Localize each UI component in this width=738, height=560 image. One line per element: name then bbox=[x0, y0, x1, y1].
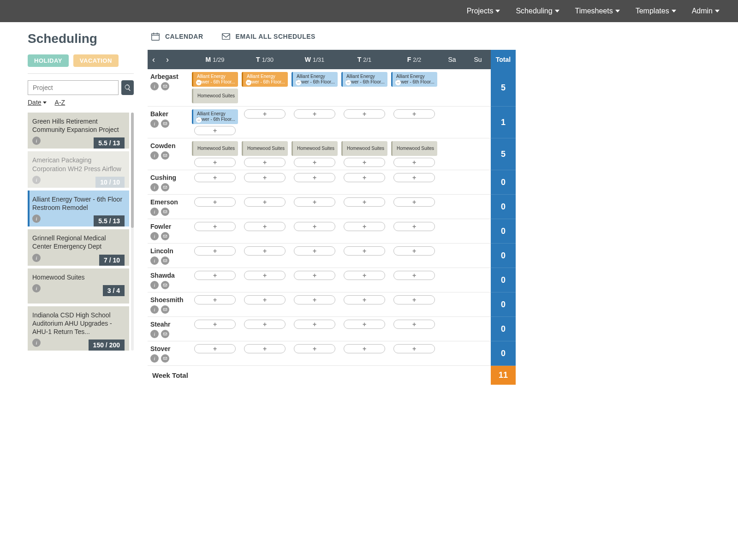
email-icon[interactable] bbox=[161, 183, 169, 191]
assignment-card[interactable]: Homewood Suites bbox=[242, 141, 288, 156]
add-assignment-button[interactable]: + bbox=[393, 344, 435, 353]
assignment-card[interactable]: Homewood Suites bbox=[292, 141, 338, 156]
assignment-card[interactable]: Alliant Energy Tower - 6th Floor...− bbox=[341, 72, 387, 87]
add-assignment-button[interactable]: + bbox=[393, 246, 435, 256]
email-icon[interactable] bbox=[161, 330, 169, 338]
info-icon[interactable]: i bbox=[32, 137, 41, 145]
assignment-card[interactable]: Alliant Energy Tower - 6th Floor...− bbox=[242, 72, 288, 87]
info-icon[interactable]: i bbox=[32, 284, 41, 292]
assignment-card[interactable]: Alliant Energy Tower - 6th Floor...− bbox=[192, 72, 238, 87]
add-assignment-button[interactable]: + bbox=[393, 109, 435, 119]
email-icon[interactable] bbox=[161, 208, 169, 216]
remove-assignment-button[interactable]: − bbox=[395, 80, 401, 85]
add-assignment-button[interactable]: + bbox=[393, 173, 435, 182]
scrollbar[interactable] bbox=[131, 113, 134, 351]
add-assignment-button[interactable]: + bbox=[194, 197, 236, 207]
remove-assignment-button[interactable]: − bbox=[196, 80, 202, 85]
add-assignment-button[interactable]: + bbox=[294, 158, 335, 167]
search-button[interactable] bbox=[121, 80, 134, 95]
add-assignment-button[interactable]: + bbox=[344, 197, 385, 207]
add-assignment-button[interactable]: + bbox=[194, 344, 236, 353]
info-icon[interactable]: i bbox=[150, 119, 159, 128]
add-assignment-button[interactable]: + bbox=[194, 126, 236, 135]
info-icon[interactable]: i bbox=[150, 151, 159, 160]
email-icon[interactable] bbox=[161, 305, 169, 314]
add-assignment-button[interactable]: + bbox=[344, 158, 385, 167]
remove-assignment-button[interactable]: − bbox=[345, 80, 351, 85]
info-icon[interactable]: i bbox=[150, 281, 159, 289]
email-icon[interactable] bbox=[161, 232, 169, 240]
remove-assignment-button[interactable]: − bbox=[296, 80, 301, 85]
add-assignment-button[interactable]: + bbox=[294, 295, 335, 304]
email-schedules-button[interactable]: EMAIL ALL SCHEDULES bbox=[221, 31, 315, 42]
add-assignment-button[interactable]: + bbox=[344, 271, 385, 280]
info-icon[interactable]: i bbox=[150, 208, 159, 216]
next-week-button[interactable]: › bbox=[166, 55, 169, 65]
add-assignment-button[interactable]: + bbox=[194, 271, 236, 280]
add-assignment-button[interactable]: + bbox=[294, 271, 335, 280]
add-assignment-button[interactable]: + bbox=[294, 222, 335, 231]
holiday-tag[interactable]: HOLIDAY bbox=[28, 54, 69, 67]
info-icon[interactable]: i bbox=[150, 256, 159, 265]
add-assignment-button[interactable]: + bbox=[393, 197, 435, 207]
assignment-card[interactable]: Homewood Suites bbox=[391, 141, 437, 156]
add-assignment-button[interactable]: + bbox=[244, 246, 286, 256]
calendar-button[interactable]: CALENDAR bbox=[150, 31, 203, 42]
add-assignment-button[interactable]: + bbox=[393, 222, 435, 231]
project-card[interactable]: Green Hills Retirement Community Expansi… bbox=[28, 113, 129, 149]
add-assignment-button[interactable]: + bbox=[344, 344, 385, 353]
project-card[interactable]: Homewood Suites i 3 / 4 bbox=[28, 268, 129, 304]
add-assignment-button[interactable]: + bbox=[244, 197, 286, 207]
assignment-card[interactable]: Homewood Suites bbox=[341, 141, 387, 156]
nav-scheduling[interactable]: Scheduling bbox=[516, 7, 559, 15]
add-assignment-button[interactable]: + bbox=[294, 246, 335, 256]
add-assignment-button[interactable]: + bbox=[393, 271, 435, 280]
add-assignment-button[interactable]: + bbox=[294, 320, 335, 329]
assignment-card[interactable]: Homewood Suites bbox=[192, 89, 238, 103]
info-icon[interactable]: i bbox=[150, 183, 159, 191]
add-assignment-button[interactable]: + bbox=[344, 246, 385, 256]
info-icon[interactable]: i bbox=[150, 82, 159, 90]
project-card[interactable]: Grinnell Regional Medical Center Emergen… bbox=[28, 229, 129, 265]
info-icon[interactable]: i bbox=[150, 305, 159, 314]
add-assignment-button[interactable]: + bbox=[244, 295, 286, 304]
email-icon[interactable] bbox=[161, 82, 169, 90]
add-assignment-button[interactable]: + bbox=[244, 158, 286, 167]
email-icon[interactable] bbox=[161, 281, 169, 289]
add-assignment-button[interactable]: + bbox=[294, 344, 335, 353]
info-icon[interactable]: i bbox=[150, 330, 159, 338]
add-assignment-button[interactable]: + bbox=[344, 320, 385, 329]
add-assignment-button[interactable]: + bbox=[194, 246, 236, 256]
add-assignment-button[interactable]: + bbox=[194, 173, 236, 182]
add-assignment-button[interactable]: + bbox=[194, 222, 236, 231]
sort-date[interactable]: Date bbox=[28, 99, 47, 106]
assignment-card[interactable]: Alliant Energy Tower - 6th Floor...− bbox=[391, 72, 437, 87]
email-icon[interactable] bbox=[161, 119, 169, 128]
search-input[interactable] bbox=[28, 80, 119, 95]
add-assignment-button[interactable]: + bbox=[344, 109, 385, 119]
info-icon[interactable]: i bbox=[150, 232, 159, 240]
add-assignment-button[interactable]: + bbox=[393, 295, 435, 304]
add-assignment-button[interactable]: + bbox=[244, 344, 286, 353]
add-assignment-button[interactable]: + bbox=[194, 320, 236, 329]
add-assignment-button[interactable]: + bbox=[294, 109, 335, 119]
add-assignment-button[interactable]: + bbox=[393, 158, 435, 167]
project-card[interactable]: Alliant Energy Tower - 6th Floor Restroo… bbox=[28, 191, 129, 226]
add-assignment-button[interactable]: + bbox=[244, 271, 286, 280]
add-assignment-button[interactable]: + bbox=[294, 197, 335, 207]
vacation-tag[interactable]: VACATION bbox=[73, 54, 119, 67]
add-assignment-button[interactable]: + bbox=[393, 320, 435, 329]
add-assignment-button[interactable]: + bbox=[344, 173, 385, 182]
add-assignment-button[interactable]: + bbox=[194, 295, 236, 304]
add-assignment-button[interactable]: + bbox=[244, 173, 286, 182]
remove-assignment-button[interactable]: − bbox=[196, 117, 202, 123]
sort-az[interactable]: A-Z bbox=[55, 99, 65, 106]
add-assignment-button[interactable]: + bbox=[344, 222, 385, 231]
info-icon[interactable]: i bbox=[32, 214, 41, 223]
add-assignment-button[interactable]: + bbox=[244, 222, 286, 231]
add-assignment-button[interactable]: + bbox=[244, 320, 286, 329]
nav-timesheets[interactable]: Timesheets bbox=[575, 7, 620, 15]
remove-assignment-button[interactable]: − bbox=[246, 80, 251, 85]
add-assignment-button[interactable]: + bbox=[344, 295, 385, 304]
info-icon[interactable]: i bbox=[32, 176, 41, 184]
